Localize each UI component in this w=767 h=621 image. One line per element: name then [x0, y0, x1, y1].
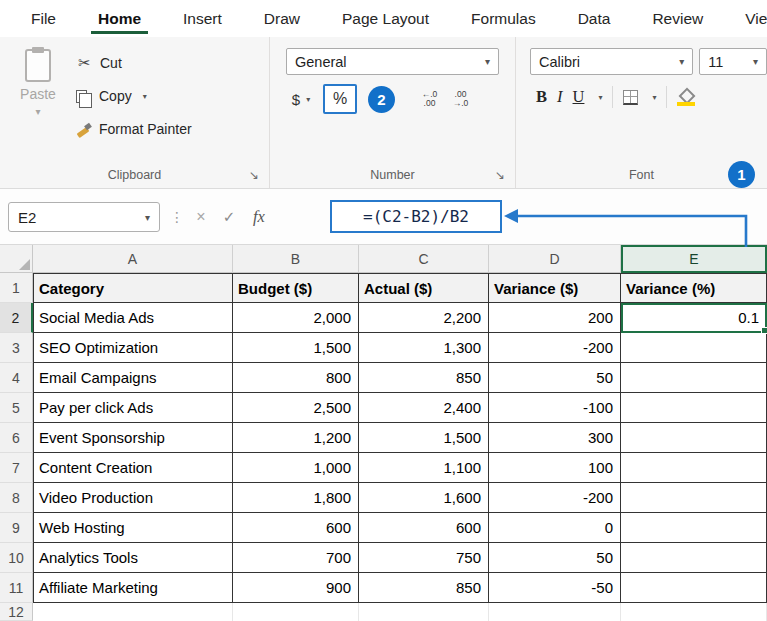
cell-B2[interactable]: 2,000	[233, 303, 359, 333]
cell-D3[interactable]: -200	[489, 333, 621, 363]
accounting-format-button[interactable]: $ ▾	[286, 85, 316, 113]
cell-D10[interactable]: 50	[489, 543, 621, 573]
cell-B7[interactable]: 1,000	[233, 453, 359, 483]
copy-button[interactable]: Copy ▾	[76, 84, 192, 108]
cell-A2[interactable]: Social Media Ads	[33, 303, 233, 333]
cell-E12[interactable]	[621, 603, 767, 621]
cell-D6[interactable]: 300	[489, 423, 621, 453]
cell-E10[interactable]	[621, 543, 767, 573]
row-header-12[interactable]: 12	[0, 603, 33, 621]
underline-button[interactable]: U	[573, 87, 585, 107]
cell-A1[interactable]: Category	[33, 273, 233, 303]
cell-C7[interactable]: 1,100	[359, 453, 489, 483]
tab-file[interactable]: File	[10, 0, 77, 37]
cell-E2[interactable]: 0.1	[621, 303, 767, 333]
insert-function-icon[interactable]: fx	[246, 202, 272, 232]
cell-D5[interactable]: -100	[489, 393, 621, 423]
cell-B1[interactable]: Budget ($)	[233, 273, 359, 303]
cell-A7[interactable]: Content Creation	[33, 453, 233, 483]
number-format-dropdown[interactable]: General ▾	[286, 48, 499, 75]
cell-E4[interactable]	[621, 363, 767, 393]
row-header-1[interactable]: 1	[0, 273, 33, 303]
column-header-A[interactable]: A	[33, 245, 233, 273]
cell-A8[interactable]: Video Production	[33, 483, 233, 513]
cell-A6[interactable]: Event Sponsorship	[33, 423, 233, 453]
fill-color-button[interactable]	[677, 89, 695, 106]
dialog-launcher-icon[interactable]: ↘	[249, 168, 259, 182]
borders-button[interactable]	[623, 90, 638, 105]
tab-review[interactable]: Review	[631, 0, 724, 37]
bold-button[interactable]: B	[536, 87, 547, 107]
cell-D12[interactable]	[489, 603, 621, 621]
cell-E8[interactable]	[621, 483, 767, 513]
cell-D4[interactable]: 50	[489, 363, 621, 393]
cell-D9[interactable]: 0	[489, 513, 621, 543]
cell-A9[interactable]: Web Hosting	[33, 513, 233, 543]
row-header-4[interactable]: 4	[0, 363, 33, 393]
font-name-dropdown[interactable]: Calibri ▾	[530, 48, 693, 75]
cell-B6[interactable]: 1,200	[233, 423, 359, 453]
cell-A5[interactable]: Pay per click Ads	[33, 393, 233, 423]
cell-C4[interactable]: 850	[359, 363, 489, 393]
row-header-11[interactable]: 11	[0, 573, 33, 603]
cell-C8[interactable]: 1,600	[359, 483, 489, 513]
cell-A3[interactable]: SEO Optimization	[33, 333, 233, 363]
cell-C6[interactable]: 1,500	[359, 423, 489, 453]
tab-draw[interactable]: Draw	[243, 0, 321, 37]
format-painter-button[interactable]: Format Painter	[76, 117, 192, 141]
formula-input[interactable]: =(C2-B2)/B2	[330, 200, 502, 233]
row-header-7[interactable]: 7	[0, 453, 33, 483]
italic-button[interactable]: I	[557, 87, 563, 107]
cell-E6[interactable]	[621, 423, 767, 453]
column-header-C[interactable]: C	[359, 245, 489, 273]
cell-E9[interactable]	[621, 513, 767, 543]
cell-E1[interactable]: Variance (%)	[621, 273, 767, 303]
row-header-3[interactable]: 3	[0, 333, 33, 363]
tab-formulas[interactable]: Formulas	[450, 0, 557, 37]
cell-C5[interactable]: 2,400	[359, 393, 489, 423]
row-header-10[interactable]: 10	[0, 543, 33, 573]
cell-C3[interactable]: 1,300	[359, 333, 489, 363]
cell-B9[interactable]: 600	[233, 513, 359, 543]
cell-C1[interactable]: Actual ($)	[359, 273, 489, 303]
cell-C2[interactable]: 2,200	[359, 303, 489, 333]
column-header-D[interactable]: D	[489, 245, 621, 273]
cell-B4[interactable]: 800	[233, 363, 359, 393]
cell-A11[interactable]: Affiliate Marketing	[33, 573, 233, 603]
select-all-corner[interactable]	[0, 245, 33, 273]
paste-button[interactable]: Paste ▾	[0, 37, 76, 162]
cell-C11[interactable]: 850	[359, 573, 489, 603]
cell-B10[interactable]: 700	[233, 543, 359, 573]
cell-E5[interactable]	[621, 393, 767, 423]
tab-data[interactable]: Data	[557, 0, 632, 37]
increase-decimal-button[interactable]: ←.0 .00	[416, 85, 443, 113]
row-header-5[interactable]: 5	[0, 393, 33, 423]
column-header-E[interactable]: E	[621, 245, 767, 273]
cell-A10[interactable]: Analytics Tools	[33, 543, 233, 573]
name-box[interactable]: E2 ▾	[8, 202, 160, 232]
cell-B3[interactable]: 1,500	[233, 333, 359, 363]
tab-home[interactable]: Home	[77, 0, 162, 37]
cell-E7[interactable]	[621, 453, 767, 483]
row-header-9[interactable]: 9	[0, 513, 33, 543]
cell-D1[interactable]: Variance ($)	[489, 273, 621, 303]
cell-D7[interactable]: 100	[489, 453, 621, 483]
column-header-B[interactable]: B	[233, 245, 359, 273]
percent-style-button[interactable]: %	[323, 84, 357, 114]
row-header-6[interactable]: 6	[0, 423, 33, 453]
cell-D8[interactable]: -200	[489, 483, 621, 513]
tab-page-layout[interactable]: Page Layout	[321, 0, 450, 37]
row-header-2[interactable]: 2	[0, 303, 33, 333]
cell-E11[interactable]	[621, 573, 767, 603]
cell-A12[interactable]	[33, 603, 233, 621]
cancel-icon[interactable]: ×	[188, 202, 214, 232]
fill-handle[interactable]	[761, 327, 767, 334]
cell-C12[interactable]	[359, 603, 489, 621]
cut-button[interactable]: ✂ Cut	[76, 51, 192, 75]
cell-B12[interactable]	[233, 603, 359, 621]
dialog-launcher-icon[interactable]: ↘	[495, 168, 505, 182]
tab-insert[interactable]: Insert	[162, 0, 243, 37]
cell-B11[interactable]: 900	[233, 573, 359, 603]
enter-icon[interactable]: ✓	[216, 202, 242, 232]
cell-D11[interactable]: -50	[489, 573, 621, 603]
